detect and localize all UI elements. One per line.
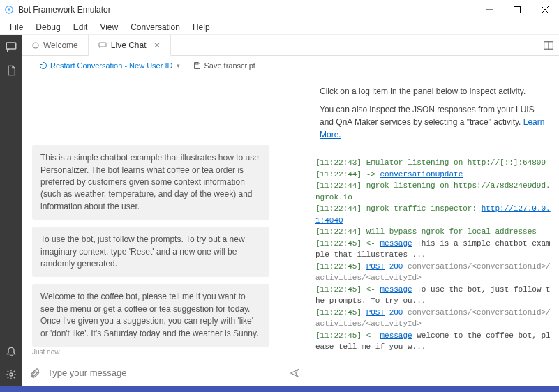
conversation-toolbar: Restart Conversation - New User ID ▾ Sav… <box>22 56 559 75</box>
restart-conversation-button[interactable]: Restart Conversation - New User ID ▾ <box>39 61 180 70</box>
statusbar <box>0 386 559 392</box>
menu-edit[interactable]: Edit <box>68 21 94 33</box>
tabbar: Welcome Live Chat ✕ <box>22 35 559 56</box>
svg-rect-9 <box>99 43 106 47</box>
split-view-icon[interactable] <box>544 35 559 55</box>
window-controls <box>475 0 559 20</box>
tab-live-chat[interactable]: Live Chat ✕ <box>89 35 171 56</box>
message-input[interactable] <box>47 368 281 378</box>
workspace: Welcome Live Chat ✕ Restart Conversation… <box>0 35 559 386</box>
log-line[interactable]: [11:22:45] <- message This is a simple c… <box>315 238 552 261</box>
panes: This is a simple chatbot example that il… <box>22 75 559 386</box>
svg-rect-3 <box>514 7 521 13</box>
log-line[interactable]: [11:22:44] ngrok listening on https://a7… <box>315 180 552 203</box>
menu-view[interactable]: View <box>94 21 124 33</box>
chat-icon[interactable] <box>5 40 17 53</box>
save-transcript-button[interactable]: Save transcript <box>193 61 255 70</box>
chat-pane: This is a simple chatbot example that il… <box>22 75 308 386</box>
restart-icon <box>39 61 47 70</box>
window-title: Bot Framework Emulator <box>18 5 111 15</box>
log-link[interactable]: POST <box>366 262 385 271</box>
log-line[interactable]: [11:22:44] ngrok traffic inspector: http… <box>315 203 552 226</box>
menu-debug[interactable]: Debug <box>30 21 66 33</box>
bot-message[interactable]: Welcome to the coffee bot, please tell m… <box>32 284 269 347</box>
message-timestamp: Just now <box>32 348 298 356</box>
main: Welcome Live Chat ✕ Restart Conversation… <box>22 35 559 386</box>
log-line[interactable]: [11:22:44] Will bypass ngrok for local a… <box>315 226 552 238</box>
gear-icon[interactable] <box>5 368 17 381</box>
close-icon[interactable]: ✕ <box>154 40 161 50</box>
document-icon[interactable] <box>5 64 17 77</box>
bell-icon[interactable] <box>5 345 17 357</box>
titlebar: Bot Framework Emulator <box>0 0 559 20</box>
log-line[interactable]: [11:22:45] <- message Welcome to the cof… <box>315 330 552 353</box>
menu-conversation[interactable]: Conversation <box>125 21 186 33</box>
right-pane: Click on a log item in the panel below t… <box>308 75 559 386</box>
tab-welcome[interactable]: Welcome <box>22 35 89 55</box>
attach-icon[interactable] <box>29 367 40 379</box>
tab-label: Live Chat <box>111 40 147 50</box>
svg-point-1 <box>8 8 10 11</box>
svg-point-7 <box>10 373 13 376</box>
log-line[interactable]: [11:22:44] -> conversationUpdate <box>315 169 552 181</box>
send-icon[interactable] <box>288 368 301 378</box>
log-link[interactable]: message <box>380 239 412 248</box>
sidebar <box>0 35 22 386</box>
svg-rect-12 <box>195 62 198 64</box>
log-link[interactable]: conversationUpdate <box>380 170 463 179</box>
inspector-hint: Click on a log item in the panel below t… <box>320 85 548 98</box>
tab-label: Welcome <box>43 40 78 50</box>
bot-message[interactable]: To use the bot, just follow the prompts.… <box>32 227 269 277</box>
maximize-button[interactable] <box>503 0 531 20</box>
welcome-dot-icon <box>32 42 39 49</box>
close-button[interactable] <box>531 0 559 20</box>
save-label: Save transcript <box>204 61 255 70</box>
log-panel[interactable]: [11:22:43] Emulator listening on http://… <box>308 151 559 386</box>
save-icon <box>193 61 201 70</box>
bot-message[interactable]: This is a simple chatbot example that il… <box>32 145 269 220</box>
menu-file[interactable]: File <box>4 21 29 33</box>
minimize-button[interactable] <box>475 0 503 20</box>
app-icon <box>4 5 14 15</box>
menubar: File Debug Edit View Conversation Help <box>0 20 559 35</box>
menu-help[interactable]: Help <box>187 21 216 33</box>
chat-scroll[interactable]: This is a simple chatbot example that il… <box>22 75 308 359</box>
inspector-panel: Click on a log item in the panel below t… <box>308 75 559 151</box>
inspector-hint-2: You can also inspect the JSON responses … <box>320 103 548 141</box>
titlebar-left: Bot Framework Emulator <box>4 5 111 15</box>
log-link[interactable]: POST <box>366 308 385 317</box>
log-link[interactable]: message <box>380 331 412 340</box>
chat-small-icon <box>98 42 107 49</box>
chevron-down-icon[interactable]: ▾ <box>177 62 180 69</box>
restart-label: Restart Conversation - New User ID <box>50 61 172 70</box>
log-line[interactable]: [11:22:45] POST 200 conversations/<conve… <box>315 261 552 284</box>
log-link[interactable]: message <box>380 285 412 294</box>
log-line[interactable]: [11:22:45] POST 200 conversations/<conve… <box>315 307 552 330</box>
log-line[interactable]: [11:22:45] <- message To use the bot, ju… <box>315 284 552 307</box>
svg-rect-6 <box>6 43 16 49</box>
log-line[interactable]: [11:22:43] Emulator listening on http://… <box>315 157 552 169</box>
svg-point-8 <box>33 43 38 48</box>
message-input-row <box>22 359 308 386</box>
